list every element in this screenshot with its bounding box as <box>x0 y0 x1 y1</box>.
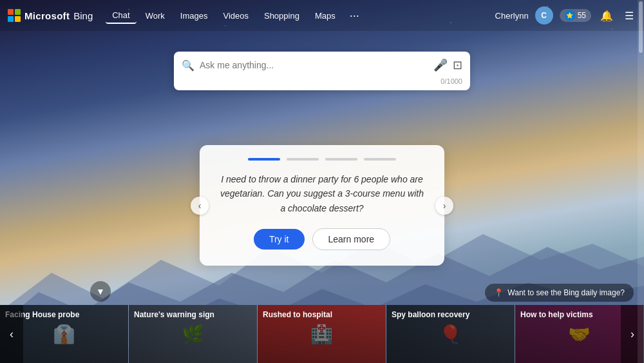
search-actions: 🎤 ⊡ <box>433 58 462 72</box>
header: Microsoft Bing Chat Work Images Videos S… <box>0 0 644 31</box>
logo-yellow <box>15 16 21 22</box>
nav-images[interactable]: Images <box>174 8 214 23</box>
logo[interactable]: Microsoft Bing <box>8 9 93 22</box>
logo-blue <box>8 16 14 22</box>
bing-text: Bing <box>73 10 93 21</box>
progress-indicators <box>219 158 425 161</box>
search-input[interactable] <box>200 60 428 70</box>
progress-dot-3 <box>325 158 357 161</box>
microphone-button[interactable]: 🎤 <box>433 58 448 72</box>
search-bottom-row: 0/1000 <box>182 75 462 90</box>
search-box: 🔍 🎤 ⊡ 0/1000 <box>174 52 470 90</box>
notification-button[interactable]: 🔔 <box>598 7 616 25</box>
news-item-4[interactable]: 🎈 Spy balloon recovery <box>386 305 515 363</box>
nav-chat[interactable]: Chat <box>106 8 136 24</box>
search-container: 🔍 🎤 ⊡ 0/1000 <box>174 52 470 90</box>
suggestion-next-button[interactable]: › <box>435 197 453 215</box>
news-title-3: Rushed to hospital <box>263 310 381 320</box>
suggestion-actions: Try it Learn more <box>219 228 425 250</box>
daily-image-label: Want to see the Bing daily image? <box>507 288 625 297</box>
suggestion-card: ‹ I need to throw a dinner party for 6 p… <box>200 145 444 266</box>
scroll-down-button[interactable]: ▼ <box>90 281 111 302</box>
scrollbar[interactable] <box>638 0 644 363</box>
daily-image-button[interactable]: 📍 Want to see the Bing daily image? <box>485 284 634 302</box>
user-avatar[interactable]: C <box>535 6 553 25</box>
progress-dot-1 <box>248 158 280 161</box>
search-icon: 🔍 <box>182 59 194 72</box>
microsoft-logo-icon <box>8 9 21 22</box>
user-area: Cherlynn C ⭐ 55 🔔 ☰ <box>495 6 636 25</box>
progress-dot-2 <box>287 158 319 161</box>
news-title-2: Nature's warning sign <box>134 310 252 320</box>
nav-more-button[interactable]: ··· <box>345 6 365 25</box>
suggestion-prev-button[interactable]: ‹ <box>191 197 209 215</box>
logo-red <box>8 9 14 15</box>
points-badge[interactable]: ⭐ 55 <box>560 9 591 22</box>
suggestion-text: I need to throw a dinner party for 6 peo… <box>219 172 425 215</box>
camera-search-button[interactable]: ⊡ <box>453 58 462 72</box>
points-value: 55 <box>578 11 586 20</box>
points-icon: ⭐ <box>565 10 575 21</box>
nav-videos[interactable]: Videos <box>216 8 255 23</box>
username-label: Cherlynn <box>495 11 529 21</box>
nav-shopping[interactable]: Shopping <box>258 8 306 23</box>
news-item-2[interactable]: 🌿 Nature's warning sign <box>129 305 258 363</box>
learn-more-button[interactable]: Learn more <box>312 228 391 250</box>
hamburger-menu-button[interactable]: ☰ <box>622 7 636 25</box>
nav-work[interactable]: Work <box>139 8 171 23</box>
location-icon: 📍 <box>494 288 504 297</box>
scroll-down-area: ▼ <box>90 281 111 302</box>
scrollbar-thumb[interactable] <box>639 1 643 53</box>
character-count: 0/1000 <box>440 77 462 85</box>
nav-maps[interactable]: Maps <box>308 8 342 23</box>
try-it-button[interactable]: Try it <box>254 229 305 250</box>
news-item-3[interactable]: 🏥 Rushed to hospital <box>258 305 386 363</box>
nav-bar: Chat Work Images Videos Shopping Maps ··… <box>106 6 495 25</box>
logo-green <box>15 9 21 15</box>
search-top-row: 🔍 🎤 ⊡ <box>182 52 462 75</box>
news-title-4: Spy balloon recovery <box>392 310 509 320</box>
news-prev-button[interactable]: ‹ <box>0 305 23 363</box>
news-strip: ‹ 👔 Facing House probe 🌿 Nature's warnin… <box>0 305 644 363</box>
microsoft-text: Microsoft <box>24 10 70 21</box>
progress-dot-4 <box>364 158 396 161</box>
